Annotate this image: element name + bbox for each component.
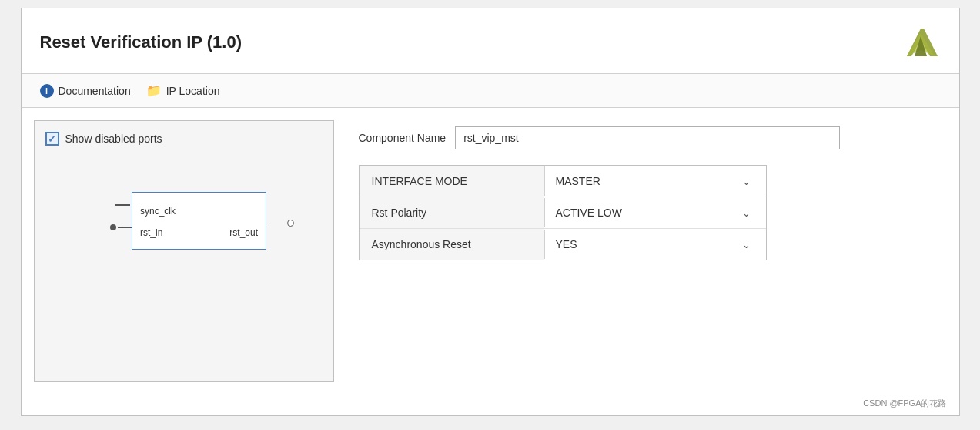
- page-title: Reset Verification IP (1.0): [40, 32, 242, 52]
- params-table: INTERFACE MODE MASTER ⌄ Rst Polarity: [359, 165, 767, 260]
- rst-polarity-chevron: ⌄: [742, 207, 751, 219]
- documentation-label: Documentation: [59, 85, 131, 97]
- component-name-label: Component Name: [359, 132, 447, 144]
- component-name-input[interactable]: [455, 126, 840, 149]
- ip-location-link[interactable]: 📁 IP Location: [146, 83, 220, 98]
- header-section: Reset Verification IP (1.0): [22, 8, 959, 74]
- folder-icon: 📁: [146, 83, 162, 98]
- interface-mode-select[interactable]: MASTER ⌄: [545, 166, 766, 196]
- logo: [901, 22, 941, 62]
- show-ports-checkbox[interactable]: [45, 132, 59, 146]
- param-row-interface-mode: INTERFACE MODE MASTER ⌄: [360, 166, 766, 197]
- watermark: CSDN @FPGA的花路: [863, 398, 946, 409]
- logo-icon: [901, 22, 941, 62]
- param-label-async-reset: Asynchronous Reset: [360, 229, 544, 260]
- left-panel: Show disabled ports: [34, 120, 334, 382]
- right-panel: Component Name INTERFACE MODE MASTER ⌄: [353, 120, 947, 382]
- rst-polarity-select[interactable]: ACTIVE LOW ⌄: [545, 198, 766, 227]
- async-reset-value: YES: [556, 238, 577, 250]
- documentation-link[interactable]: i Documentation: [40, 84, 131, 98]
- info-icon: i: [40, 84, 54, 98]
- component-diagram: sync_clk rst_in rst_out: [45, 176, 323, 250]
- port-sync-clk: sync_clk: [140, 206, 176, 217]
- param-row-async-reset: Asynchronous Reset YES ⌄: [360, 229, 766, 260]
- show-ports-row: Show disabled ports: [45, 132, 323, 146]
- port-rst-out: rst_out: [229, 225, 258, 242]
- async-reset-select-wrapper: YES ⌄: [544, 230, 766, 259]
- param-row-rst-polarity: Rst Polarity ACTIVE LOW ⌄: [360, 197, 766, 229]
- ip-location-label: IP Location: [166, 85, 220, 97]
- interface-mode-chevron: ⌄: [742, 176, 751, 187]
- wire-sync-clk: [115, 204, 130, 206]
- wire-rst-in: [110, 224, 132, 230]
- async-reset-chevron: ⌄: [742, 239, 751, 250]
- interface-mode-select-wrapper: MASTER ⌄: [544, 166, 766, 196]
- param-label-rst-polarity: Rst Polarity: [360, 197, 544, 228]
- rst-polarity-value: ACTIVE LOW: [556, 207, 622, 219]
- component-box: sync_clk rst_in rst_out: [132, 192, 266, 250]
- async-reset-select[interactable]: YES ⌄: [545, 230, 766, 259]
- port-rst-in: rst_in: [140, 225, 162, 242]
- content-section: Show disabled ports: [22, 108, 959, 395]
- param-label-interface-mode: INTERFACE MODE: [360, 166, 544, 197]
- rst-polarity-select-wrapper: ACTIVE LOW ⌄: [544, 198, 766, 227]
- interface-mode-value: MASTER: [556, 175, 600, 187]
- component-name-row: Component Name: [353, 126, 947, 149]
- nav-section: i Documentation 📁 IP Location: [22, 74, 959, 108]
- show-ports-label: Show disabled ports: [65, 133, 162, 145]
- wire-rst-out: [270, 220, 294, 227]
